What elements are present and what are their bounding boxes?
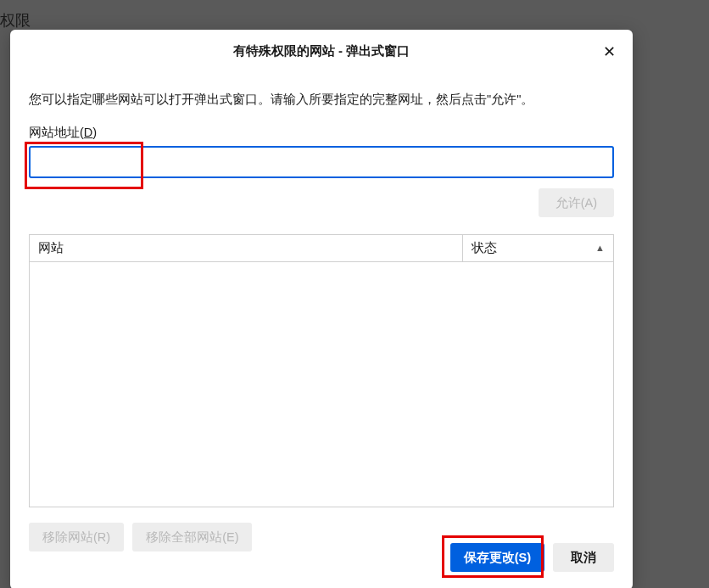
remove-all-sites-button[interactable]: 移除全部网站(E) bbox=[132, 523, 252, 552]
close-icon: ✕ bbox=[603, 42, 616, 61]
allow-button-row: 允许(A) bbox=[29, 188, 614, 217]
dialog-footer: 移除网站(R) 移除全部网站(E) 保存更改(S) 取消 bbox=[29, 523, 614, 572]
dialog-header: 有特殊权限的网站 - 弹出式窗口 ✕ bbox=[10, 30, 633, 72]
sites-table: 网站 状态 ▲ bbox=[29, 234, 614, 507]
remove-site-button[interactable]: 移除网站(R) bbox=[29, 523, 124, 552]
dialog-title: 有特殊权限的网站 - 弹出式窗口 bbox=[233, 43, 410, 59]
background-partial-text: 权限 bbox=[0, 10, 31, 31]
column-header-website[interactable]: 网站 bbox=[30, 235, 462, 261]
url-input-wrapper bbox=[29, 146, 614, 178]
save-changes-button[interactable]: 保存更改(S) bbox=[450, 543, 544, 572]
sort-arrow-up-icon: ▲ bbox=[595, 243, 605, 253]
permissions-dialog: 有特殊权限的网站 - 弹出式窗口 ✕ 您可以指定哪些网站可以打开弹出式窗口。请输… bbox=[10, 30, 633, 588]
footer-right-buttons: 保存更改(S) 取消 bbox=[450, 543, 614, 572]
column-status-label: 状态 bbox=[472, 240, 497, 256]
close-button[interactable]: ✕ bbox=[599, 42, 619, 62]
url-field-label: 网站地址(D) bbox=[29, 125, 614, 141]
cancel-button[interactable]: 取消 bbox=[553, 543, 614, 572]
column-header-status[interactable]: 状态 ▲ bbox=[462, 235, 613, 261]
table-body bbox=[30, 262, 613, 507]
allow-button[interactable]: 允许(A) bbox=[539, 188, 614, 217]
url-input[interactable] bbox=[29, 146, 614, 178]
table-header: 网站 状态 ▲ bbox=[30, 235, 613, 262]
dialog-description: 您可以指定哪些网站可以打开弹出式窗口。请输入所要指定的完整网址，然后点击"允许"… bbox=[29, 91, 614, 109]
dialog-body: 您可以指定哪些网站可以打开弹出式窗口。请输入所要指定的完整网址，然后点击"允许"… bbox=[10, 72, 633, 588]
footer-left-buttons: 移除网站(R) 移除全部网站(E) bbox=[29, 523, 252, 552]
